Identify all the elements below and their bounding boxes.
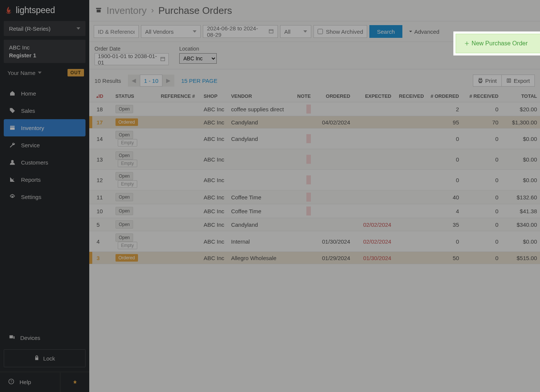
th-id[interactable]: ▴ID — [93, 90, 112, 102]
nav: Home Sales Inventory Service Customers R… — [0, 82, 89, 329]
logo: lightspeed — [0, 0, 89, 20]
id-reference-input[interactable] — [94, 25, 139, 38]
search-button[interactable]: Search — [369, 25, 402, 38]
lock-button[interactable]: Lock — [4, 349, 86, 367]
new-purchase-order-button[interactable]: New Purchase Order — [456, 34, 540, 53]
th-reference[interactable]: REFERENCE # — [158, 90, 201, 102]
th-vendor[interactable]: VENDOR — [228, 90, 292, 102]
cell-total: $132.60 — [501, 190, 540, 204]
cell-received — [394, 218, 427, 231]
archive-icon — [95, 7, 102, 15]
show-archived-input[interactable] — [318, 29, 323, 34]
nav-service[interactable]: Service — [4, 136, 86, 154]
cell-id: 11 — [93, 190, 112, 204]
th-shop[interactable]: SHOP — [201, 90, 228, 102]
cell-num-received: 0 — [462, 149, 501, 170]
product-selector[interactable]: Retail (R-Series) — [4, 21, 86, 36]
results-count: 10 Results — [94, 78, 121, 84]
user-name-label: Your Name — [8, 70, 36, 76]
advanced-toggle[interactable]: Advanced — [408, 28, 440, 35]
company-box[interactable]: ABC Inc Register 1 — [4, 40, 86, 63]
table-row[interactable]: 17OrderedABC IncCandyland04/02/20249570$… — [89, 116, 540, 129]
cell-num-ordered: 95 — [427, 116, 462, 129]
print-button[interactable]: Print — [473, 75, 502, 87]
order-date-input[interactable]: 1900-01-01 to 2038-01-01 — [94, 53, 169, 65]
empty-badge: Empty — [118, 180, 137, 188]
cell-received — [394, 252, 427, 264]
table-row[interactable]: 13OpenEmptyABC Inc00$0.00 — [89, 149, 540, 170]
cell-num-received: 0 — [462, 231, 501, 252]
pin-button[interactable] — [60, 373, 89, 392]
date-range-input[interactable]: 2024-06-28 to 2024-08-29 — [203, 25, 278, 38]
help-icon: ? — [8, 379, 14, 386]
cell-id: 14 — [93, 129, 112, 149]
table-row[interactable]: 12OpenEmptyABC Inc00$0.00 — [89, 170, 540, 190]
th-received[interactable]: RECEIVED — [394, 90, 427, 102]
vendor-filter[interactable]: All Vendors — [141, 25, 201, 38]
nav-reports[interactable]: Reports — [4, 171, 86, 188]
status-badge: Ordered — [116, 118, 138, 126]
th-num-received[interactable]: # RECEIVED — [462, 90, 501, 102]
cell-status: Open — [112, 218, 158, 231]
nav-devices[interactable]: Devices — [4, 329, 86, 346]
table-row[interactable]: 10OpenABC IncCoffee Time40$41.38 — [89, 204, 540, 218]
table-header: ▴ID STATUS REFERENCE # SHOP VENDOR NOTE … — [89, 90, 540, 102]
nav-sales[interactable]: Sales — [4, 102, 86, 119]
per-page-link[interactable]: 15 PER PAGE — [181, 78, 217, 84]
company-name: ABC Inc — [9, 43, 80, 51]
th-status[interactable]: STATUS — [112, 90, 158, 102]
pager-range[interactable]: 1 - 10 — [140, 75, 162, 87]
cell-expected — [353, 116, 394, 129]
table-row[interactable]: 3OrderedABC IncAllegro Wholesale01/29/20… — [89, 252, 540, 264]
status-badge: Open — [116, 105, 133, 113]
cell-shop: ABC Inc — [201, 170, 228, 190]
cell-vendor: Internal — [228, 231, 292, 252]
cell-id: 18 — [93, 102, 112, 116]
cell-expected — [353, 149, 394, 170]
table-row[interactable]: 11OpenABC IncCoffee Time400$132.60 — [89, 190, 540, 204]
cell-received — [394, 190, 427, 204]
cell-received — [394, 116, 427, 129]
breadcrumb-parent[interactable]: Inventory — [106, 5, 147, 16]
cell-reference — [158, 218, 201, 231]
nav-service-label: Service — [21, 142, 40, 148]
export-button[interactable]: Export — [501, 75, 535, 87]
table-row[interactable]: 4OpenEmptyABC IncInternal01/30/202402/02… — [89, 231, 540, 252]
th-ordered[interactable]: ORDERED — [314, 90, 353, 102]
empty-badge: Empty — [118, 242, 137, 249]
pager-next[interactable]: ▶ — [162, 75, 174, 87]
table-row[interactable]: 18OpenABC Inccoffee supplies direct20$20… — [89, 102, 540, 116]
th-total[interactable]: TOTAL — [501, 90, 540, 102]
cell-note — [292, 149, 314, 170]
out-badge[interactable]: OUT — [68, 69, 84, 76]
pager-prev[interactable]: ◀ — [128, 75, 140, 87]
user-menu[interactable]: Your Name — [8, 70, 42, 76]
th-num-ordered[interactable]: # ORDERED — [427, 90, 462, 102]
table-row[interactable]: 5OpenABC IncCandyland02/02/2024350$340.0… — [89, 218, 540, 231]
th-expected[interactable]: EXPECTED — [353, 90, 394, 102]
table-row[interactable]: 14OpenEmptyABC IncCandyland00$0.00 — [89, 129, 540, 149]
nav-home[interactable]: Home — [4, 85, 86, 102]
cell-ordered: 04/02/2024 — [314, 116, 353, 129]
cell-total: $0.00 — [501, 231, 540, 252]
location-select[interactable]: ABC Inc — [179, 53, 217, 64]
nav-settings[interactable]: Settings — [4, 188, 86, 205]
user-row: Your Name OUT — [0, 66, 89, 82]
show-archived-checkbox[interactable]: Show Archived — [314, 25, 367, 38]
th-note[interactable]: NOTE — [292, 90, 314, 102]
chevron-down-icon — [193, 30, 196, 33]
status-badge: Open — [116, 151, 133, 160]
cell-status: OpenEmpty — [112, 149, 158, 170]
cell-id: 10 — [93, 204, 112, 218]
help-button[interactable]: ? Help — [0, 379, 60, 386]
lock-label: Lock — [43, 355, 55, 362]
wrench-icon — [9, 142, 16, 148]
nav-customers[interactable]: Customers — [4, 154, 86, 171]
cell-num-received: 0 — [462, 190, 501, 204]
cell-vendor: Coffee Time — [228, 204, 292, 218]
cell-reference — [158, 116, 201, 129]
status-filter[interactable]: All — [280, 25, 311, 38]
cell-num-ordered: 35 — [427, 218, 462, 231]
results-left: 10 Results ◀ 1 - 10 ▶ 15 PER PAGE — [94, 75, 218, 87]
nav-inventory[interactable]: Inventory — [4, 119, 86, 136]
